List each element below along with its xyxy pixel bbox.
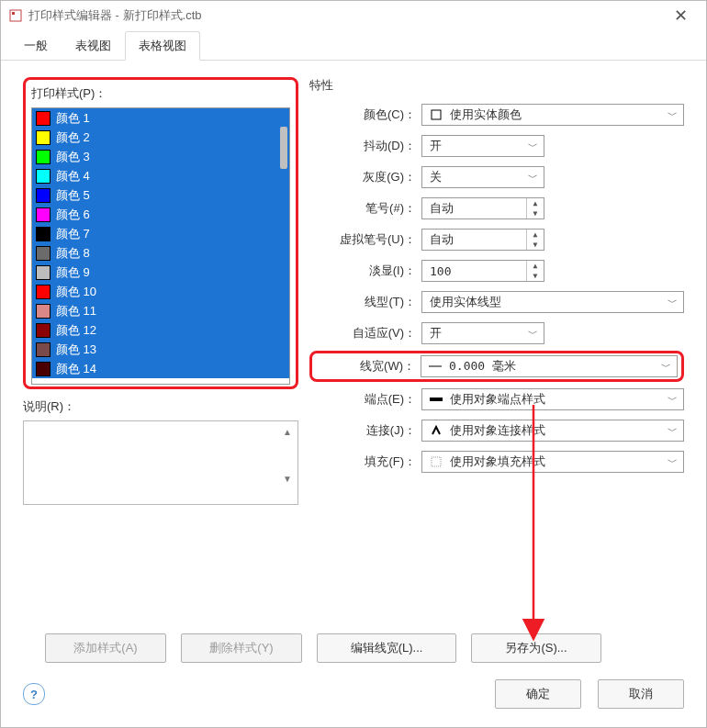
adapt-label: 自适应(V)：: [309, 325, 421, 342]
color-swatch: [36, 188, 50, 203]
list-item-label: 颜色 4: [56, 168, 90, 185]
spin-down-icon[interactable]: ▼: [527, 240, 544, 250]
list-item-label: 颜色 12: [56, 322, 96, 339]
list-item[interactable]: 颜色 4: [32, 166, 289, 185]
list-item-label: 颜色 1: [56, 110, 90, 127]
add-style-button[interactable]: 添加样式(A): [45, 633, 166, 663]
list-item[interactable]: 颜色 13: [32, 340, 289, 359]
list-item[interactable]: 颜色 2: [32, 128, 289, 147]
spin-up-icon[interactable]: ▲: [527, 261, 544, 271]
spin-down-icon[interactable]: ▼: [527, 208, 544, 218]
svg-rect-2: [432, 110, 441, 119]
color-swatch: [36, 342, 50, 357]
color-swatch: [36, 207, 50, 222]
window-title: 打印样式编辑器 - 新打印样式.ctb: [28, 7, 662, 24]
styles-label: 打印样式(P)：: [31, 85, 290, 102]
screen-spin[interactable]: 100▲▼: [421, 260, 544, 282]
end-combo[interactable]: 使用对象端点样式﹀: [421, 388, 684, 410]
styles-listbox[interactable]: 颜色 1颜色 2颜色 3颜色 4颜色 5颜色 6颜色 7颜色 8颜色 9颜色 1…: [31, 107, 290, 385]
list-scrollbar[interactable]: [276, 110, 287, 382]
color-swatch: [36, 150, 50, 164]
scroll-thumb[interactable]: [280, 127, 287, 169]
fill-value: 使用对象填充样式: [450, 454, 545, 470]
adapt-combo[interactable]: 开﹀: [421, 322, 544, 344]
delete-style-button[interactable]: 删除样式(Y): [181, 633, 302, 663]
list-item[interactable]: 颜色 9: [32, 263, 289, 282]
cancel-button[interactable]: 取消: [598, 679, 684, 709]
lw-label: 线宽(W)：: [316, 358, 421, 375]
list-item[interactable]: 颜色 1: [32, 108, 289, 128]
color-label: 颜色(C)：: [309, 106, 421, 123]
spin-up-icon[interactable]: ▲: [283, 427, 292, 437]
save-as-button[interactable]: 另存为(S)...: [471, 633, 601, 663]
screen-value: 100: [430, 264, 451, 278]
list-item[interactable]: 颜色 10: [32, 282, 289, 301]
lineweight-highlight: 线宽(W)： 0.000 毫米 ﹀: [309, 351, 684, 382]
description-box[interactable]: ▲ ▼: [23, 420, 298, 505]
color-swatch: [36, 169, 50, 184]
color-swatch: [36, 304, 50, 319]
dither-combo[interactable]: 开﹀: [421, 135, 544, 157]
end-label: 端点(E)：: [309, 391, 421, 408]
tab-table-view[interactable]: 表视图: [62, 31, 125, 61]
description-spinner[interactable]: ▲ ▼: [279, 423, 296, 502]
color-swatch: [36, 362, 50, 376]
help-button[interactable]: ?: [23, 683, 45, 705]
spin-down-icon[interactable]: ▼: [527, 271, 544, 281]
spin-up-icon[interactable]: ▲: [527, 198, 544, 208]
list-item[interactable]: 颜色 14: [32, 359, 289, 378]
properties-header: 特性: [309, 77, 684, 94]
tab-grid-view[interactable]: 表格视图: [125, 31, 200, 61]
tab-general[interactable]: 一般: [10, 31, 62, 61]
gray-value: 关: [430, 169, 442, 185]
edit-lineweight-button[interactable]: 编辑线宽(L)...: [317, 633, 456, 663]
ok-button[interactable]: 确定: [495, 679, 581, 709]
color-swatch: [36, 130, 50, 145]
chevron-down-icon: ﹀: [668, 108, 678, 122]
line-icon: [429, 360, 442, 373]
chevron-down-icon: ﹀: [661, 360, 671, 374]
list-item-label: 颜色 10: [56, 284, 96, 300]
titlebar: 打印样式编辑器 - 新打印样式.ctb ✕: [1, 1, 706, 30]
svg-rect-0: [10, 10, 21, 21]
ltype-value: 使用实体线型: [430, 294, 501, 310]
list-item-label: 颜色 9: [56, 264, 90, 281]
list-item-label: 颜色 2: [56, 129, 90, 146]
color-swatch: [36, 227, 50, 241]
list-item[interactable]: 颜色 7: [32, 224, 289, 243]
list-item[interactable]: 颜色 8: [32, 243, 289, 263]
list-item[interactable]: 颜色 6: [32, 205, 289, 224]
spin-down-icon[interactable]: ▼: [283, 474, 292, 484]
vpen-spin[interactable]: 自动▲▼: [421, 229, 544, 251]
square-icon: [430, 108, 443, 121]
description-label: 说明(R)：: [23, 398, 298, 415]
pen-value: 自动: [430, 200, 454, 217]
ltype-combo[interactable]: 使用实体线型﹀: [421, 291, 684, 313]
list-item[interactable]: 颜色 5: [32, 185, 289, 205]
screen-label: 淡显(I)：: [309, 263, 421, 279]
vpen-value: 自动: [430, 231, 454, 248]
list-item[interactable]: 颜色 3: [32, 147, 289, 166]
color-combo[interactable]: 使用实体颜色 ﹀: [421, 104, 684, 126]
pen-spin[interactable]: 自动▲▼: [421, 197, 544, 219]
app-icon: [8, 8, 23, 23]
chevron-down-icon: ﹀: [668, 296, 678, 309]
gray-combo[interactable]: 关﹀: [421, 166, 544, 188]
color-swatch: [36, 285, 50, 299]
close-icon[interactable]: ✕: [662, 6, 699, 26]
fill-combo[interactable]: 使用对象填充样式﹀: [421, 451, 684, 473]
fill-label: 填充(F)：: [309, 454, 421, 470]
list-item[interactable]: 颜色 12: [32, 320, 289, 340]
left-column: 打印样式(P)： 颜色 1颜色 2颜色 3颜色 4颜色 5颜色 6颜色 7颜色 …: [23, 77, 298, 624]
spin-up-icon[interactable]: ▲: [527, 230, 544, 240]
color-value: 使用实体颜色: [450, 106, 522, 123]
list-item-label: 颜色 11: [56, 303, 96, 319]
lw-combo[interactable]: 0.000 毫米 ﹀: [421, 355, 678, 377]
window: 打印样式编辑器 - 新打印样式.ctb ✕ 一般 表视图 表格视图 打印样式(P…: [0, 0, 707, 728]
content-area: 打印样式(P)： 颜色 1颜色 2颜色 3颜色 4颜色 5颜色 6颜色 7颜色 …: [1, 61, 706, 624]
endcap-icon: [430, 393, 443, 406]
tab-strip: 一般 表视图 表格视图: [1, 30, 706, 61]
chevron-down-icon: ﹀: [668, 393, 678, 407]
join-combo[interactable]: 使用对象连接样式﹀: [421, 420, 684, 442]
list-item[interactable]: 颜色 11: [32, 301, 289, 320]
